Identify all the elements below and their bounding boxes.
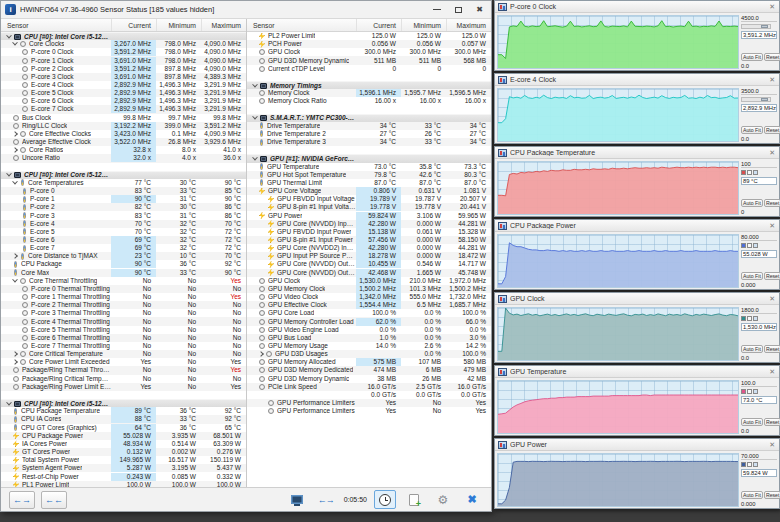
- auto-fit-button[interactable]: Auto Fit: [741, 418, 763, 426]
- slider-handle[interactable]: [761, 98, 768, 101]
- sensor-row[interactable]: GPU Core (NVVDD2) Input Power (sum)42.28…: [247, 244, 491, 252]
- sensor-row[interactable]: E-core 7 Thermal ThrottlingNoNoNo: [1, 342, 246, 350]
- expand-icon[interactable]: [12, 351, 18, 357]
- sensor-row[interactable]: P-core 3 Thermal ThrottlingNoNoNo: [1, 309, 246, 317]
- auto-fit-button[interactable]: Auto Fit: [741, 53, 763, 61]
- section-row[interactable]: CPU [#0]: Intel Core i5-12450H: DTS: [1, 171, 246, 179]
- graph-titlebar[interactable]: GPU Clock✕: [495, 293, 779, 305]
- sensor-row[interactable]: GPU Core Voltage0.806 V0.631 V1.081 V: [247, 187, 491, 195]
- expand-icon[interactable]: [12, 131, 18, 137]
- graph-plot-area[interactable]: [497, 15, 739, 69]
- monitor-button[interactable]: [286, 490, 308, 509]
- sensor-row[interactable]: 0.0 GT/s0.0 GT/s0.0 GT/s: [247, 391, 491, 399]
- column-minimum[interactable]: Minimum: [401, 19, 446, 31]
- sensor-row[interactable]: GPU Performance LimitersYesNoYes: [247, 399, 491, 407]
- column-minimum[interactable]: Minimum: [156, 19, 201, 31]
- graph-plot-area[interactable]: [497, 380, 739, 434]
- sensor-row[interactable]: P-core 1 Clock3,691.0 MHz798.0 MHz4,090.…: [1, 56, 246, 64]
- column-sensor[interactable]: Sensor: [1, 22, 111, 29]
- legend-series-swatch[interactable]: [741, 462, 746, 467]
- column-current[interactable]: Current: [111, 19, 156, 31]
- sensor-row[interactable]: Current cTDP Level000: [247, 65, 491, 73]
- reset-button[interactable]: Reset: [764, 345, 780, 353]
- sensor-row[interactable]: Drive Temperature34 °C33 °C34 °C: [247, 122, 491, 130]
- sensor-row[interactable]: Package/Ring Thermal ThrottlingNoNoYes: [1, 366, 246, 374]
- sensor-row[interactable]: E-core 6 Thermal ThrottlingNoNoNo: [1, 334, 246, 342]
- legend-swatch[interactable]: [747, 170, 752, 175]
- sensor-row[interactable]: Core Temperatures77 °C30 °C90 °C: [1, 179, 246, 187]
- sensor-row[interactable]: P-core 083 °C33 °C85 °C: [1, 187, 246, 195]
- slider-handle[interactable]: [761, 25, 768, 28]
- sensor-row[interactable]: Bus Clock99.8 MHz99.7 MHz99.8 MHz: [1, 114, 246, 122]
- sensor-row[interactable]: Drive Temperature 227 °C26 °C27 °C: [247, 130, 491, 138]
- sensor-row[interactable]: Core Max90 °C33 °C90 °C: [1, 269, 246, 277]
- sensor-row[interactable]: Core Power Limit ExceededYesNoYes: [1, 358, 246, 366]
- legend-swatch[interactable]: [753, 170, 758, 175]
- graph-close-icon[interactable]: ✕: [769, 368, 775, 376]
- graph-titlebar[interactable]: CPU Package Temperature✕: [495, 147, 779, 159]
- sensor-row[interactable]: GPU D3D Memory Dedicated474 MB6 MB479 MB: [247, 366, 491, 374]
- sensor-row[interactable]: GPU Clock300.0 MHz300.0 MHz300.0 MHz: [247, 48, 491, 56]
- column-current[interactable]: Current: [356, 19, 401, 31]
- column-sensor[interactable]: Sensor: [247, 22, 356, 29]
- sensor-row[interactable]: Total System Power149.965 W16.517 W150.1…: [1, 456, 246, 464]
- sensor-row[interactable]: GPU FBVDD Input Voltage19.789 V19.787 V2…: [247, 195, 491, 203]
- expand-icon[interactable]: [12, 179, 18, 185]
- sensor-row[interactable]: P-core 282 °C30 °C86 °C: [1, 203, 246, 211]
- sensor-row[interactable]: GPU Temperature73.0 °C35.8 °C73.3 °C: [247, 163, 491, 171]
- auto-fit-button[interactable]: Auto Fit: [741, 491, 763, 499]
- section-row[interactable]: Memory Timings: [247, 81, 491, 89]
- auto-fit-button[interactable]: Auto Fit: [741, 199, 763, 207]
- sensor-row[interactable]: PCIe Link Speed16.0 GT/s2.5 GT/s16.0 GT/…: [247, 383, 491, 391]
- graph-titlebar[interactable]: GPU Temperature✕: [495, 366, 779, 378]
- reset-button[interactable]: Reset: [764, 491, 780, 499]
- sensor-row[interactable]: CPU IA Cores88 °C33 °C92 °C: [1, 415, 246, 423]
- sensor-row[interactable]: GPU Thermal Limit87.0 °C87.0 °C87.0 °C: [247, 179, 491, 187]
- expand-icon[interactable]: [12, 359, 18, 365]
- sensor-row[interactable]: GPU D3D Memory Dynamic511 MB511 MB568 MB: [247, 56, 491, 64]
- sensor-row[interactable]: GPU Core (NVVDD) Output Power42.468 W1.6…: [247, 269, 491, 277]
- sensor-row[interactable]: Uncore Ratio32.0 x4.0 x36.0 x: [1, 154, 246, 162]
- window-titlebar[interactable]: i HWiNFO64 v7.36-4960 Sensor Status [185…: [1, 1, 491, 19]
- sensor-row[interactable]: Core Distance to TjMAX23 °C10 °C70 °C: [1, 252, 246, 260]
- legend-series-swatch[interactable]: [741, 389, 746, 394]
- sensor-row[interactable]: GPU Hot Spot Temperature79.8 °C42.6 °C80…: [247, 171, 491, 179]
- sensor-row[interactable]: GT Cores Power0.132 W0.002 W0.276 W: [1, 448, 246, 456]
- sensor-row[interactable]: GPU Video Clock1,342.0 MHz555.0 MHz1,732…: [247, 293, 491, 301]
- column-maximum[interactable]: Maximum: [446, 19, 491, 31]
- graph-titlebar[interactable]: P-core 0 Clock✕: [495, 1, 779, 13]
- sensor-row[interactable]: GPU 8-pin #1 Input Power57.456 W0.000 W5…: [247, 236, 491, 244]
- reset-button[interactable]: Reset: [764, 126, 780, 134]
- expand-icon[interactable]: [12, 277, 18, 283]
- sensor-row[interactable]: GPU Video Engine Load0.0 %0.0 %0.0 %: [247, 326, 491, 334]
- graph-close-icon[interactable]: ✕: [769, 76, 775, 84]
- auto-fit-button[interactable]: Auto Fit: [741, 272, 763, 280]
- reset-button[interactable]: Reset: [764, 418, 780, 426]
- sensor-row[interactable]: GPU Core (NVVDD) Input Power (sum)42.280…: [247, 220, 491, 228]
- reset-button[interactable]: Reset: [764, 53, 780, 61]
- sensor-row[interactable]: CPU Package Power55.028 W3.935 W68.501 W: [1, 432, 246, 440]
- sensor-row[interactable]: GPU Power59.824 W3.106 W59.965 W: [247, 211, 491, 219]
- section-row[interactable]: GPU [#1]: NVIDIA GeForce RTX 3050 Lapt..…: [247, 154, 491, 162]
- sensor-row[interactable]: GPU Performance LimitersYesNoYes: [247, 407, 491, 415]
- sensor-row[interactable]: P-core 2 Clock3,591.2 MHz897.8 MHz4,090.…: [1, 65, 246, 73]
- sensor-row[interactable]: CPU Package Temperature89 °C36 °C92 °C: [1, 407, 246, 415]
- sensor-row[interactable]: GPU Effective Clock1,554.4 MHz6.5 MHz1,6…: [247, 301, 491, 309]
- sensor-row[interactable]: Core Thermal ThrottlingNoNoYes: [1, 277, 246, 285]
- sensor-row[interactable]: Core Ratios32.8 x8.0 x41.0 x: [1, 146, 246, 154]
- sensor-row[interactable]: P-core 190 °C31 °C90 °C: [1, 195, 246, 203]
- sensor-row[interactable]: GPU Memory Controller Load62.0 %0.0 %66.…: [247, 317, 491, 325]
- legend-series-swatch[interactable]: [741, 170, 746, 175]
- sensor-row[interactable]: Average Effective Clock3,522.0 MHz26.8 M…: [1, 138, 246, 146]
- sensor-row[interactable]: GPU Memory Usage14.0 %2.6 %14.2 %: [247, 342, 491, 350]
- minimize-icon[interactable]: [433, 9, 441, 10]
- section-row[interactable]: CPU [#0]: Intel Core i5-12450H: [1, 32, 246, 40]
- report-button[interactable]: [403, 490, 425, 509]
- graph-close-icon[interactable]: ✕: [769, 222, 775, 230]
- sensor-row[interactable]: Package/Ring Critical TemperatureNoNoNo: [1, 375, 246, 383]
- sensor-row[interactable]: E-core 6 Clock2,892.9 MHz1,496.3 MHz3,29…: [1, 97, 246, 105]
- graph-titlebar[interactable]: GPU Power✕: [495, 439, 779, 451]
- maximize-icon[interactable]: [455, 7, 462, 13]
- collapse-icon[interactable]: [252, 114, 258, 120]
- expand-icon[interactable]: [12, 147, 18, 153]
